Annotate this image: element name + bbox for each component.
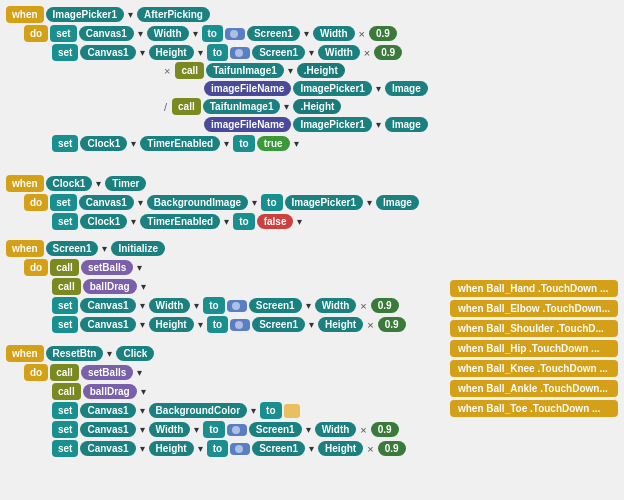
timer-enabled2[interactable]: TimerEnabled bbox=[140, 214, 220, 229]
height-ref5[interactable]: Height bbox=[318, 441, 363, 456]
image-ref2[interactable]: Image bbox=[385, 117, 428, 132]
ball-toe-item[interactable]: when Ball_Toe .TouchDown ... bbox=[450, 400, 618, 417]
ball-hip-item[interactable]: when Ball_Hip .TouchDown ... bbox=[450, 340, 618, 357]
height-prop3[interactable]: Height bbox=[149, 441, 194, 456]
reset-do-row2: call ballDrag ▾ bbox=[52, 383, 406, 400]
screen1-ref4[interactable]: Screen1 bbox=[249, 422, 302, 437]
canvas1-block3[interactable]: Canvas1 bbox=[79, 195, 134, 210]
set-width-row: do set Canvas1 ▾ Width ▾ to Screen1 ▾ Wi… bbox=[24, 25, 428, 42]
imagepicker1-ref[interactable]: ImagePicker1 bbox=[285, 195, 364, 210]
reset-do-row1: do call setBalls ▾ bbox=[24, 364, 406, 381]
do-block: do bbox=[24, 25, 48, 42]
screen1-ref2[interactable]: Screen1 bbox=[249, 298, 302, 313]
to-block10: to bbox=[207, 440, 228, 457]
call-block2: call bbox=[172, 98, 201, 115]
call-balldrag: call bbox=[52, 278, 81, 295]
screen1-width2[interactable]: Screen1 bbox=[252, 45, 305, 60]
width-ref4[interactable]: Width bbox=[315, 422, 357, 437]
height-prop[interactable]: Height bbox=[149, 45, 194, 60]
reset-when-header[interactable]: when ResetBtn ▾ Click bbox=[6, 345, 406, 362]
math-block6 bbox=[230, 443, 250, 455]
call-setballs2: call bbox=[50, 364, 79, 381]
width-prop3[interactable]: Width bbox=[149, 422, 191, 437]
resetbtn-section: when ResetBtn ▾ Click do call setBalls ▾… bbox=[6, 345, 406, 459]
timer-block[interactable]: Timer bbox=[105, 176, 146, 191]
imagepicker-ref2[interactable]: ImagePicker1 bbox=[293, 117, 372, 132]
imagepicker-section: when ImagePicker1 ▾ AfterPicking do set … bbox=[6, 6, 428, 154]
09-val6: 0.9 bbox=[378, 441, 406, 456]
canvas1-block7[interactable]: Canvas1 bbox=[80, 422, 135, 437]
ball-ankle-item[interactable]: when Ball_Ankle .TouchDown... bbox=[450, 380, 618, 397]
height-prop2[interactable]: Height bbox=[149, 317, 194, 332]
screen-width-row: set Canvas1 ▾ Width ▾ to Screen1 ▾ Width… bbox=[52, 297, 406, 314]
when-block: when bbox=[6, 6, 44, 23]
ball-hand-item[interactable]: when Ball_Hand .TouchDown ... bbox=[450, 280, 618, 297]
to-block8: to bbox=[260, 402, 281, 419]
clock1-block2[interactable]: Clock1 bbox=[46, 176, 93, 191]
to-block: to bbox=[202, 25, 223, 42]
when-block2: when bbox=[6, 175, 44, 192]
set-height-row: set Canvas1 ▾ Height ▾ to Screen1 ▾ Widt… bbox=[24, 44, 428, 61]
screen1-ref5[interactable]: Screen1 bbox=[252, 441, 305, 456]
image-ref3[interactable]: Image bbox=[376, 195, 419, 210]
when-block4: when bbox=[6, 345, 44, 362]
canvas1-block8[interactable]: Canvas1 bbox=[80, 441, 135, 456]
math-block bbox=[225, 28, 245, 40]
to-block5: to bbox=[233, 213, 254, 230]
imagefilename-label2: imageFileName bbox=[204, 117, 291, 132]
taifun-block2[interactable]: TaifunImage1 bbox=[203, 99, 281, 114]
screen-height-row: set Canvas1 ▾ Height ▾ to Screen1 ▾ Heig… bbox=[52, 316, 406, 333]
clock-when-header[interactable]: when Clock1 ▾ Timer bbox=[6, 175, 419, 192]
set-block8: set bbox=[52, 402, 78, 419]
bg-image[interactable]: BackgroundImage bbox=[147, 195, 248, 210]
height-method2[interactable]: .Height bbox=[293, 99, 341, 114]
width-val2[interactable]: Width bbox=[318, 45, 360, 60]
balldrag-block2[interactable]: ballDrag bbox=[83, 384, 137, 399]
timer-enabled[interactable]: TimerEnabled bbox=[140, 136, 220, 151]
screen1-ref3[interactable]: Screen1 bbox=[252, 317, 305, 332]
initialize-block[interactable]: Initialize bbox=[111, 241, 164, 256]
canvas1-block4[interactable]: Canvas1 bbox=[80, 298, 135, 313]
canvas1-block2[interactable]: Canvas1 bbox=[80, 45, 135, 60]
height-ref3[interactable]: Height bbox=[318, 317, 363, 332]
afterpicking-block[interactable]: AfterPicking bbox=[137, 7, 210, 22]
imagepicker1-block[interactable]: ImagePicker1 bbox=[46, 7, 125, 22]
setballs-block2[interactable]: setBalls bbox=[81, 365, 133, 380]
bgcolor-prop[interactable]: BackgroundColor bbox=[149, 403, 247, 418]
screen1-block[interactable]: Screen1 bbox=[46, 241, 99, 256]
width-prop2[interactable]: Width bbox=[149, 298, 191, 313]
clock1-block3[interactable]: Clock1 bbox=[80, 214, 127, 229]
width-prop[interactable]: Width bbox=[147, 26, 189, 41]
clock1-block[interactable]: Clock1 bbox=[80, 136, 127, 151]
balldrag-block[interactable]: ballDrag bbox=[83, 279, 137, 294]
imagepicker-ref1[interactable]: ImagePicker1 bbox=[293, 81, 372, 96]
main-canvas: when ImagePicker1 ▾ AfterPicking do set … bbox=[0, 0, 624, 500]
reset-bgcolor-row: set Canvas1 ▾ BackgroundColor ▾ to bbox=[52, 402, 406, 419]
set-block2: set bbox=[52, 44, 78, 61]
resetbtn-block[interactable]: ResetBtn bbox=[46, 346, 104, 361]
right-panel: when Ball_Hand .TouchDown ... when Ball_… bbox=[450, 280, 618, 420]
click-block[interactable]: Click bbox=[116, 346, 154, 361]
ball-shoulder-item[interactable]: when Ball_Shoulder .TouchD... bbox=[450, 320, 618, 337]
ball-knee-item[interactable]: when Ball_Knee .TouchDown ... bbox=[450, 360, 618, 377]
set-block: set bbox=[50, 25, 76, 42]
ball-elbow-item[interactable]: when Ball_Elbow .TouchDown... bbox=[450, 300, 618, 317]
taifun-block1[interactable]: TaifunImage1 bbox=[206, 63, 284, 78]
width-ref2[interactable]: Width bbox=[315, 298, 357, 313]
width-val[interactable]: Width bbox=[313, 26, 355, 41]
image-ref1[interactable]: Image bbox=[385, 81, 428, 96]
when-header[interactable]: when ImagePicker1 ▾ AfterPicking bbox=[6, 6, 428, 23]
set-block3: set bbox=[52, 135, 78, 152]
reset-height-row: set Canvas1 ▾ Height ▾ to Screen1 ▾ Heig… bbox=[52, 440, 406, 457]
height-method[interactable]: .Height bbox=[297, 63, 345, 78]
09-val4: 0.9 bbox=[378, 317, 406, 332]
screen-when-header[interactable]: when Screen1 ▾ Initialize bbox=[6, 240, 406, 257]
setballs-block[interactable]: setBalls bbox=[81, 260, 133, 275]
canvas1-block5[interactable]: Canvas1 bbox=[80, 317, 135, 332]
screen1-width[interactable]: Screen1 bbox=[247, 26, 300, 41]
screen-section: when Screen1 ▾ Initialize do call setBal… bbox=[6, 240, 406, 335]
when-block3: when bbox=[6, 240, 44, 257]
to-block9: to bbox=[203, 421, 224, 438]
canvas1-block6[interactable]: Canvas1 bbox=[80, 403, 135, 418]
canvas1-block[interactable]: Canvas1 bbox=[79, 26, 134, 41]
